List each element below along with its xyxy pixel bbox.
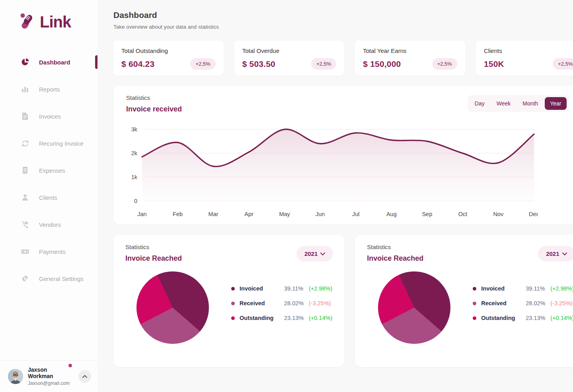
stat-change-badge: +2,5% [311, 58, 336, 70]
pie-legend: Invoiced 39.11% (+2.98%) Received 28.02%… [473, 285, 573, 321]
legend-row-received: Received 28.02% (-3.25%) [231, 300, 332, 306]
invoice-reached-card-1: Statistics Invoice Reached 2021 Invoiced… [113, 235, 344, 367]
sidebar-item-label: General Settings [39, 275, 84, 282]
svg-text:Aug: Aug [386, 211, 397, 217]
sidebar-item-label: Payments [39, 248, 66, 255]
svg-text:3k: 3k [131, 126, 138, 133]
legend-value: 23.13% [284, 315, 309, 321]
person-icon [21, 193, 29, 202]
stat-title: Total Year Earns [363, 47, 457, 54]
pie-chart [136, 271, 209, 344]
legend-label: Outstanding [481, 315, 526, 321]
pie-cards-row: Statistics Invoice Reached 2021 Invoiced… [113, 235, 573, 367]
gear-icon [21, 274, 29, 283]
stat-cards-row: Total Outstanding $ 604.23 +2,5% Total O… [113, 41, 573, 76]
money-icon [21, 247, 29, 256]
stat-title: Total Outstanding [121, 47, 216, 54]
online-status-dot [68, 364, 72, 367]
sidebar-nav: Dashboard Reports [0, 49, 97, 292]
sidebar-item-invoices[interactable]: Invoices [0, 103, 97, 130]
profile-expand-button[interactable] [78, 370, 91, 383]
sidebar-item-dashboard[interactable]: Dashboard [0, 49, 97, 76]
tab-year[interactable]: Year [545, 97, 566, 110]
sidebar-item-label: Clients [39, 194, 57, 201]
svg-text:Jun: Jun [316, 211, 325, 217]
stat-change-badge: +2,5% [190, 58, 215, 70]
year-dropdown[interactable]: 2021 [538, 246, 573, 261]
legend-change: (+0.14%) [309, 315, 332, 321]
legend-value: 28.02% [526, 300, 550, 306]
user-avatar [8, 369, 23, 384]
sidebar-item-general-settings[interactable]: General Settings [0, 265, 97, 292]
bar-chart-icon [21, 85, 29, 94]
sidebar-item-label: Reports [39, 86, 60, 93]
sidebar-item-clients[interactable]: Clients [0, 184, 97, 211]
sidebar-item-recuring-invoice[interactable]: Recuring Invoice [0, 130, 97, 157]
svg-text:Dec: Dec [529, 211, 538, 217]
legend-label: Invoiced [240, 285, 284, 292]
svg-text:Jan: Jan [137, 211, 146, 217]
range-segmented-control: Day Week Month Year [468, 95, 569, 112]
user-name: Jaxson Workman [28, 367, 74, 379]
svg-text:2k: 2k [131, 150, 138, 156]
user-info: Jaxson Workman Jaxson@gmail.com [28, 367, 74, 386]
app-logo[interactable]: Link [19, 11, 97, 33]
svg-text:0: 0 [134, 198, 137, 204]
legend-dot [473, 302, 476, 305]
legend-change: (-3.25%) [309, 300, 331, 306]
stat-title: Total Overdue [242, 47, 337, 54]
legend-label: Received [240, 300, 284, 306]
svg-text:Oct: Oct [458, 211, 468, 217]
legend-label: Received [481, 300, 526, 306]
legend-change: (+0.14%) [550, 315, 573, 321]
logo-text: Link [40, 13, 71, 31]
stat-card-total-year-earns: Total Year Earns $ 150,000 +2,5% [355, 41, 465, 76]
legend-row-invoiced: Invoiced 39.11% (+2.98%) [473, 285, 573, 292]
user-email: Jaxson@gmail.com [28, 380, 74, 386]
svg-text:Jul: Jul [352, 211, 360, 217]
handtruck-icon [21, 220, 29, 229]
svg-text:May: May [279, 211, 290, 217]
legend-value: 39.11% [526, 285, 550, 292]
sidebar-item-label: Invoices [39, 113, 61, 120]
tab-month[interactable]: Month [517, 97, 543, 110]
recurring-icon [21, 139, 29, 148]
legend-value: 39.11% [284, 285, 309, 292]
stat-title: Clients [484, 47, 573, 54]
stat-value: $ 604.23 [121, 59, 154, 69]
legend-change: (+2.98%) [309, 285, 332, 292]
sidebar-item-label: Recuring Invoice [39, 140, 84, 147]
pie-chart [378, 271, 450, 344]
receipt-icon [21, 166, 29, 175]
legend-label: Outstanding [240, 315, 284, 321]
sidebar: Link Dashboard Reports [0, 0, 97, 392]
year-dropdown[interactable]: 2021 [296, 246, 333, 261]
sidebar-item-payments[interactable]: Payments [0, 238, 97, 265]
legend-change: (-3.25%) [550, 300, 573, 306]
invoice-reached-card-2: Statistics Invoice Reached 2021 Invoiced… [355, 235, 573, 367]
page-title: Dashboard [113, 10, 573, 20]
legend-dot [231, 287, 235, 291]
legend-dot [231, 316, 235, 320]
legend-row-outstanding: Outstanding 23.13% (+0.14%) [473, 315, 573, 321]
svg-text:Sep: Sep [422, 211, 432, 217]
sidebar-item-expenses[interactable]: Expenses [0, 157, 97, 184]
user-profile: Jaxson Workman Jaxson@gmail.com [0, 360, 97, 392]
legend-change: (+2.98%) [550, 285, 573, 292]
legend-dot [473, 316, 476, 320]
pen-logo-icon [19, 11, 37, 33]
stat-value: 150K [484, 59, 504, 69]
legend-dot [473, 287, 476, 291]
legend-row-outstanding: Outstanding 23.13% (+0.14%) [231, 315, 332, 321]
stat-card-total-outstanding: Total Outstanding $ 604.23 +2,5% [113, 41, 224, 76]
stat-change-badge: +2,5% [432, 58, 457, 70]
stat-value: $ 503.50 [242, 59, 275, 69]
svg-text:1k: 1k [131, 174, 138, 180]
sidebar-item-reports[interactable]: Reports [0, 76, 97, 103]
tab-week[interactable]: Week [491, 97, 516, 110]
main-content: Dashboard Take overview about your data … [97, 0, 573, 392]
year-value: 2021 [546, 250, 559, 257]
tab-day[interactable]: Day [470, 97, 490, 110]
legend-dot [231, 302, 235, 305]
sidebar-item-vendors[interactable]: Vendors [0, 211, 97, 238]
